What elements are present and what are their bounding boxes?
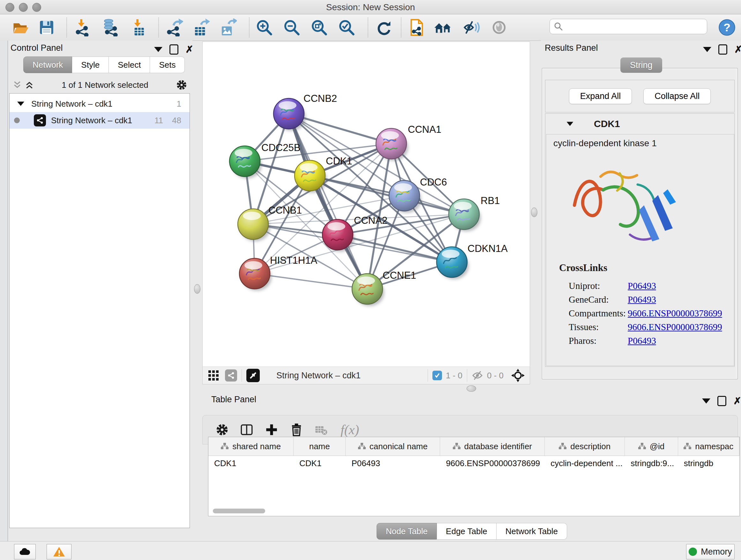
open-session-button[interactable] [11,18,30,37]
help-button[interactable]: ? [718,18,737,37]
export-network-button[interactable] [165,18,184,37]
crosslink-link[interactable]: P06493 [628,281,656,291]
export-table-button[interactable] [192,18,211,37]
memory-button[interactable]: Memory [686,544,735,559]
toolbar-separator [66,17,67,37]
zoom-out-button[interactable] [282,18,301,37]
column-header-shared-name[interactable]: shared name [208,437,293,455]
refresh-view-button[interactable] [374,18,393,37]
table-cell[interactable]: stringdb:9... [625,455,678,471]
table-cell[interactable]: CDK1 [293,455,346,471]
expand-all-icon[interactable] [24,80,34,90]
tab-sets[interactable]: Sets [150,57,185,73]
right-splitter-handle[interactable] [531,207,537,217]
column-header-canonical-name[interactable]: canonical name [346,437,440,455]
network-node-RB1[interactable] [449,199,481,232]
cloud-button[interactable] [14,544,36,559]
column-tree-icon [684,443,691,450]
table-cell[interactable]: P06493 [346,455,440,471]
tab-select[interactable]: Select [109,57,150,73]
search-field-wrap [549,19,707,34]
tree-expander-icon[interactable] [17,102,24,106]
protein-structure-image [562,154,690,260]
save-session-button[interactable] [37,18,56,37]
network-canvas[interactable]: CCNB2CCNA1CDC25BCDK1CDC6RB1CCNB1CCNA2CDK… [202,42,530,367]
table-row[interactable]: CDK1CDK1P064939606.ENSP00000378699cyclin… [208,455,739,471]
network-from-document-button[interactable] [407,18,426,37]
panel-close-icon[interactable]: ✗ [734,45,741,54]
protein-card-header[interactable]: CDK1 [546,114,734,133]
panel-close-icon[interactable]: ✗ [185,45,193,54]
import-table-file-button[interactable] [129,18,148,37]
table-cell[interactable]: stringdb [678,455,739,471]
tab-node-table[interactable]: Node Table [377,523,437,540]
add-column-icon[interactable] [265,423,279,437]
panel-float-icon[interactable] [718,44,727,55]
delete-column-icon[interactable] [289,423,304,437]
crosslink-link[interactable]: P06493 [628,294,656,305]
tab-network[interactable]: Network [23,57,72,73]
panel-float-icon[interactable] [170,44,179,55]
horizontal-splitter-handle[interactable] [467,385,476,392]
collapse-entry-icon[interactable] [567,122,574,126]
rendering-orb-button[interactable] [489,18,509,37]
selected-checkbox-icon[interactable] [432,371,442,380]
table-cell[interactable]: CDK1 [208,455,293,471]
column-header-description[interactable]: description [545,437,625,455]
table-cell[interactable]: 9606.ENSP00000378699 [440,455,545,471]
gear-icon[interactable] [176,79,187,91]
panel-menu-icon[interactable] [702,398,711,403]
panel-close-icon[interactable]: ✗ [733,397,741,405]
import-network-database-button[interactable] [101,18,120,37]
network-share-icon[interactable] [225,369,237,381]
fit-crosshair-icon[interactable] [511,368,525,383]
network-collection-row[interactable]: String Network – cdk1 1 [10,96,190,112]
column-header-@id[interactable]: @id [625,437,678,455]
crosslink-link[interactable]: P06493 [628,335,656,346]
zoom-in-button[interactable] [255,18,274,37]
zoom-selected-button[interactable] [337,18,356,37]
panel-float-icon[interactable] [718,396,726,406]
toolbar-separator [158,17,159,37]
tab-string[interactable]: String [620,57,662,73]
crosslink-link[interactable]: 9606.ENSP00000378699 [628,308,722,319]
birdseye-view-icon[interactable] [246,369,260,382]
zoom-fit-button[interactable] [310,18,329,37]
tab-network-table[interactable]: Network Table [496,523,567,540]
column-tree-icon [453,443,461,450]
search-input[interactable] [549,19,707,34]
export-image-button[interactable] [218,18,238,37]
horizontal-scrollbar[interactable] [213,509,265,513]
column-tree-icon [559,443,566,450]
network-node-CDC25B[interactable] [229,146,262,179]
import-network-file-button[interactable] [73,18,92,37]
network-node-CDKN1A[interactable] [436,247,469,279]
expand-all-button[interactable]: Expand All [569,88,632,104]
network-node-CDK1[interactable] [294,160,327,193]
network-node-CCNA1[interactable] [376,128,408,161]
hide-graphics-details-button[interactable] [462,18,481,37]
column-header-database-identifier[interactable]: database identifier [440,437,545,455]
collapse-all-icon[interactable] [12,80,22,90]
panel-menu-icon[interactable] [154,47,162,52]
crosslink-row: Pharos:P06493 [569,335,734,346]
left-splitter-handle[interactable] [194,284,200,294]
grid-view-icon[interactable] [208,370,219,381]
crosslink-link[interactable]: 9606.ENSP00000378699 [628,322,722,332]
table-cell[interactable]: cyclin-dependent ... [545,455,625,471]
tab-edge-table[interactable]: Edge Table [437,523,496,540]
warnings-button[interactable] [47,544,71,559]
network-row-selected[interactable]: String Network – cdk1 11 48 [10,112,190,129]
home-networks-button[interactable] [433,18,453,37]
show-columns-icon[interactable] [240,423,254,437]
column-header-name[interactable]: name [293,437,346,455]
tab-style[interactable]: Style [72,57,109,73]
network-node-HIST1H1A[interactable] [239,258,272,291]
panel-menu-icon[interactable] [703,47,711,52]
network-node-CDC6[interactable] [389,180,421,213]
column-header-namespac[interactable]: namespac [678,437,739,455]
table-gear-icon[interactable] [215,423,229,436]
hidden-eye-icon[interactable] [472,371,483,380]
node-table[interactable]: shared namenamecanonical namedatabase id… [208,437,740,516]
collapse-all-button[interactable]: Collapse All [643,88,711,104]
